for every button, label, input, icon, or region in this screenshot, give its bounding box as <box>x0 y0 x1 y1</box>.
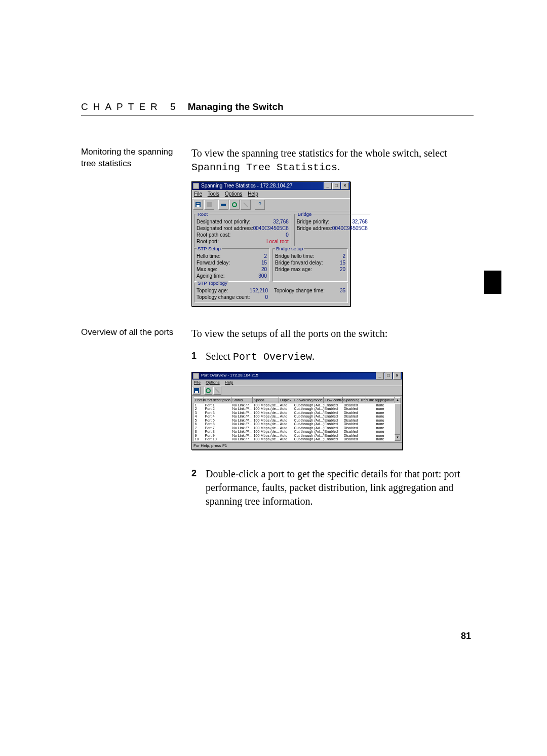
scrollbar-vertical[interactable]: ▲ ▼ <box>395 397 401 441</box>
para-overview: To view the setups of all the ports on t… <box>191 327 474 341</box>
toolbar-2 <box>192 386 402 396</box>
table-cell: Auto <box>279 437 293 441</box>
menu-help[interactable]: Help <box>248 191 258 197</box>
table-cell: none <box>366 414 395 419</box>
maximize-button[interactable]: □ <box>332 182 340 190</box>
minimize-button[interactable]: _ <box>324 182 332 190</box>
group-bridge-setup: Bridge setup Bridge hello time:2 Bridge … <box>272 248 348 282</box>
group-bridge: Bridge Bridge priority:32,768 Bridge add… <box>294 214 370 247</box>
table-row[interactable]: 8Port 8No Link /P...100 Mbps (de...AutoC… <box>194 430 395 434</box>
table-cell: Enabled <box>324 403 343 407</box>
table-cell: none <box>366 434 395 438</box>
menu-file[interactable]: File <box>194 380 201 385</box>
table-cell: Auto <box>279 434 293 438</box>
table-cell: 5 <box>194 419 204 423</box>
column-header[interactable]: Port # <box>194 398 204 403</box>
titlebar[interactable]: Spanning Tree Statistics - 172.28.104.27… <box>192 182 350 190</box>
menu-file[interactable]: File <box>194 191 202 197</box>
column-header[interactable]: Status <box>231 398 253 403</box>
group-bridge-legend: Bridge <box>297 211 312 218</box>
status-bar: For Help, press F1 <box>192 442 402 449</box>
step-2-text: Double-click a port to get the specific … <box>206 467 474 508</box>
table-cell: Enabled <box>324 419 343 423</box>
table-cell: Port 1 <box>204 403 231 407</box>
table-cell: Disabled <box>343 426 366 430</box>
menubar-2[interactable]: File Options Help <box>192 380 402 386</box>
table-cell: No Link /P... <box>231 411 253 415</box>
table-cell: Disabled <box>343 422 366 426</box>
chapter-title: Managing the Switch <box>188 101 284 112</box>
table-cell: Enabled <box>324 407 343 411</box>
column-header[interactable]: Flow control <box>324 398 343 403</box>
chapter-label: CHAPTER 5 <box>81 101 181 112</box>
table-row[interactable]: 7Port 7No Link /P...100 Mbps (de...AutoC… <box>194 426 395 430</box>
table-row[interactable]: 1Port 1No Link /P...100 Mbps (de...AutoC… <box>194 403 395 407</box>
menu-help[interactable]: Help <box>225 380 233 385</box>
table-cell: 100 Mbps (de... <box>253 407 279 411</box>
scroll-down-icon[interactable]: ▼ <box>395 435 401 441</box>
table-row[interactable]: 9Port 9No Link /P...100 Mbps (de...AutoC… <box>194 434 395 438</box>
close-button[interactable]: × <box>393 372 401 380</box>
window-port-overview: Port Overview - 172.28.104.215 _ □ × Fil… <box>191 372 403 450</box>
table-cell: 100 Mbps (de... <box>253 422 279 426</box>
table-row[interactable]: 3Port 3No Link /P...100 Mbps (de...AutoC… <box>194 411 395 415</box>
refresh-icon[interactable] <box>204 387 212 395</box>
table-cell: Auto <box>279 426 293 430</box>
table-row[interactable]: 10Port 10No Link /P...100 Mbps (de...Aut… <box>194 437 395 441</box>
table-row[interactable]: 4Port 4No Link /P...100 Mbps (de...AutoC… <box>194 414 395 419</box>
refresh-icon[interactable] <box>229 200 240 210</box>
table-cell: none <box>366 437 395 441</box>
table-cell: 100 Mbps (de... <box>253 434 279 438</box>
column-header[interactable]: Duplex <box>279 398 293 403</box>
close-button[interactable]: × <box>341 182 349 190</box>
column-header[interactable]: Spanning Tree <box>343 398 366 403</box>
link-icon[interactable] <box>218 200 228 210</box>
table-cell: Port 7 <box>204 426 231 430</box>
menubar[interactable]: File Tools Options Help <box>192 190 350 198</box>
help-icon[interactable]: ? <box>255 200 265 210</box>
menu-options[interactable]: Options <box>206 380 220 385</box>
svg-rect-1 <box>197 205 200 207</box>
table-cell: 2 <box>194 407 204 411</box>
table-row[interactable]: 6Port 6No Link /P...100 Mbps (de...AutoC… <box>194 422 395 426</box>
thumb-tab <box>484 271 501 294</box>
table-cell: Port 3 <box>204 411 231 415</box>
table-cell: Cut-through (Ad...) <box>293 407 324 411</box>
table-cell: Auto <box>279 407 293 411</box>
group-stp-legend: STP Setup <box>197 246 222 252</box>
table-cell: Port 9 <box>204 434 231 438</box>
table-cell: 6 <box>194 422 204 426</box>
table-cell: Port 10 <box>204 437 231 441</box>
table-cell: Cut-through (Ad...) <box>293 411 324 415</box>
save-icon[interactable] <box>192 387 201 395</box>
minimize-button[interactable]: _ <box>376 372 384 380</box>
para-spanning-mono: Spanning Tree Statistics <box>191 162 337 173</box>
table-cell: No Link /P... <box>231 419 253 423</box>
scroll-thumb[interactable] <box>395 403 401 435</box>
column-header[interactable]: Speed <box>253 398 279 403</box>
window-title-2: Port Overview - 172.28.104.215 <box>201 373 376 379</box>
table-cell: Cut-through (Ad...) <box>293 403 324 407</box>
maximize-button[interactable]: □ <box>384 372 393 380</box>
port-table[interactable]: Port #Port descriptionStatusSpeedDuplexF… <box>193 397 395 441</box>
column-header[interactable]: Link aggregation <box>366 398 395 403</box>
table-row[interactable]: 2Port 2No Link /P...100 Mbps (de...AutoC… <box>194 407 395 411</box>
column-header[interactable]: Forwarding mode <box>293 398 324 403</box>
titlebar-2[interactable]: Port Overview - 172.28.104.215 _ □ × <box>192 372 402 380</box>
menu-tools[interactable]: Tools <box>208 191 219 197</box>
step-1-number: 1 <box>191 350 199 364</box>
scroll-up-icon[interactable]: ▲ <box>395 397 401 403</box>
column-header[interactable]: Port description <box>204 398 231 403</box>
menu-options[interactable]: Options <box>225 191 242 197</box>
svg-point-5 <box>232 203 237 207</box>
step-1-text: Select Port Overview. <box>206 350 474 364</box>
svg-rect-7 <box>195 391 198 393</box>
table-cell: No Link /P... <box>231 437 253 441</box>
table-cell: No Link /P... <box>231 407 253 411</box>
table-cell: No Link /P... <box>231 426 253 430</box>
save-icon[interactable] <box>193 200 203 210</box>
window-title: Spanning Tree Statistics - 172.28.104.27 <box>201 182 324 190</box>
toolbar: ? <box>192 198 350 211</box>
table-cell: Cut-through (Ad...) <box>293 414 324 419</box>
table-row[interactable]: 5Port 5No Link /P...100 Mbps (de...AutoC… <box>194 419 395 423</box>
